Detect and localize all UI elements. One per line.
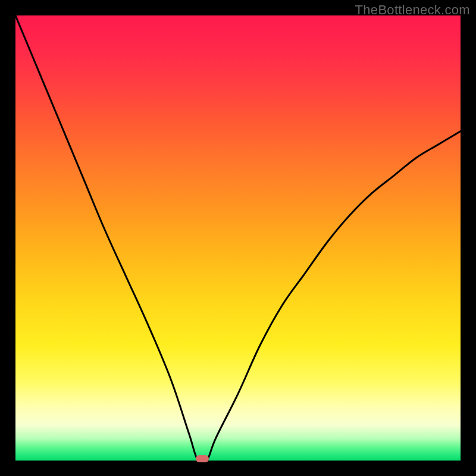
- watermark-text: TheBottleneck.com: [355, 2, 470, 18]
- bottleneck-curve: [15, 15, 461, 461]
- plot-area: [15, 15, 461, 461]
- optimal-point-marker: [196, 455, 209, 462]
